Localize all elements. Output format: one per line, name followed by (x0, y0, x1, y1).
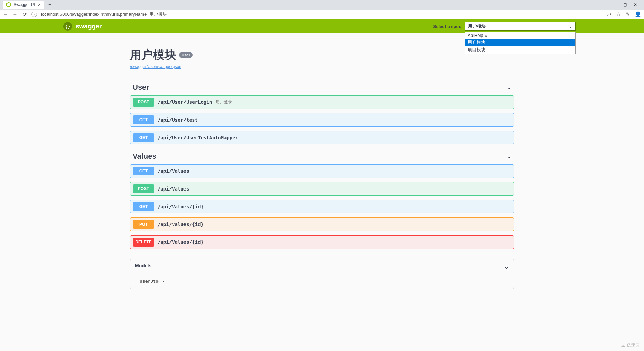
spec-select[interactable]: 用户模块 ⌄ (465, 22, 576, 31)
spec-option[interactable]: ApiHelp V1 (465, 32, 575, 39)
chevron-down-icon: ⌄ (506, 84, 511, 91)
models-title: Models (135, 263, 151, 270)
section-title: User (133, 83, 149, 92)
spec-label: Select a spec (433, 24, 461, 29)
operation-path: /api/User/UserLogin (157, 99, 212, 105)
forward-button[interactable]: → (12, 11, 18, 17)
chevron-down-icon: ⌄ (504, 263, 509, 270)
operation-row[interactable]: GET/api/Values (130, 164, 514, 178)
operation-row[interactable]: DELETE/api/Values/{id} (130, 235, 514, 249)
method-badge: POST (133, 184, 154, 193)
browser-chrome: Swagger UI × + — ▢ ✕ ← → ⟳ i localhost:5… (0, 0, 644, 19)
extension-icons: ⇄ ☆ ✎ 👤 (607, 11, 641, 17)
method-badge: GET (133, 167, 154, 176)
operation-path: /api/Values (157, 186, 189, 192)
site-info-icon[interactable]: i (31, 12, 37, 17)
models-header[interactable]: Models ⌄ (130, 259, 514, 274)
swagger-topbar: { } swagger Select a spec 用户模块 ⌄ ApiHelp… (0, 19, 644, 33)
method-badge: PUT (133, 220, 154, 229)
method-badge: GET (133, 115, 154, 124)
logo-icon: { } (63, 22, 72, 31)
evernote-icon[interactable]: ✎ (626, 11, 630, 17)
spec-option[interactable]: 项目模块 (465, 46, 575, 54)
section-title: Values (133, 152, 156, 161)
operation-path: /api/User/test (157, 117, 198, 123)
operation-path: /api/Values (157, 168, 189, 174)
operation-row[interactable]: POST/api/User/UserLogin用户登录 (130, 95, 514, 109)
spec-option[interactable]: 用户模块 (465, 39, 575, 46)
reload-button[interactable]: ⟳ (22, 11, 27, 17)
spec-selected-value: 用户模块 (468, 23, 486, 29)
method-badge: GET (133, 133, 154, 142)
operation-path: /api/Values/{id} (157, 239, 204, 245)
main-container: 用户模块 User /swagger/User/swagger.json Use… (130, 33, 514, 303)
address-bar: ← → ⟳ i localhost:5000/swagger/index.htm… (0, 10, 644, 19)
browser-tab[interactable]: Swagger UI × (3, 1, 44, 9)
operation-path: /api/Values/{id} (157, 222, 204, 227)
models-body: UserDto › (130, 274, 514, 289)
models-section: Models ⌄ UserDto › (130, 259, 514, 289)
chevron-down-icon: ⌄ (506, 153, 511, 160)
method-badge: POST (133, 98, 154, 107)
profile-icon[interactable]: 👤 (635, 11, 641, 17)
operation-path: /api/User/UserTestAutoMapper (157, 135, 238, 140)
operation-row[interactable]: GET/api/Values/{id} (130, 200, 514, 213)
chevron-down-icon: ⌄ (568, 24, 572, 29)
operation-row[interactable]: GET/api/User/test (130, 113, 514, 127)
title-badge: User (179, 52, 193, 58)
tab-bar: Swagger UI × + — ▢ ✕ (0, 0, 644, 10)
method-badge: GET (133, 202, 154, 211)
maximize-button[interactable]: ▢ (623, 2, 627, 7)
spec-dropdown: ApiHelp V1 用户模块 项目模块 (465, 32, 576, 54)
operation-row[interactable]: POST/api/Values (130, 182, 514, 196)
model-item[interactable]: UserDto › (140, 279, 504, 284)
section-header[interactable]: Values⌄ (130, 149, 514, 164)
model-name: UserDto (140, 279, 159, 284)
method-badge: DELETE (133, 238, 154, 247)
tab-title: Swagger UI (14, 2, 35, 7)
swagger-logo[interactable]: { } swagger (63, 22, 102, 31)
spec-url-link[interactable]: /swagger/User/swagger.json (130, 64, 181, 69)
bookmark-icon[interactable]: ☆ (616, 11, 621, 17)
close-tab-icon[interactable]: × (38, 2, 41, 8)
operation-row[interactable]: PUT/api/Values/{id} (130, 217, 514, 231)
favicon-icon (6, 2, 11, 7)
back-button[interactable]: ← (3, 11, 8, 17)
window-controls: — ▢ ✕ (612, 2, 641, 7)
operation-row[interactable]: GET/api/User/UserTestAutoMapper (130, 131, 514, 144)
chevron-right-icon: › (162, 279, 165, 284)
section-header[interactable]: User⌄ (130, 80, 514, 95)
operation-path: /api/Values/{id} (157, 204, 204, 209)
logo-text: swagger (76, 23, 102, 30)
page-title: 用户模块 (130, 47, 176, 63)
minimize-button[interactable]: — (612, 2, 616, 7)
operation-summary: 用户登录 (216, 99, 232, 105)
close-window-button[interactable]: ✕ (634, 2, 637, 7)
translate-icon[interactable]: ⇄ (607, 11, 612, 17)
new-tab-button[interactable]: + (48, 2, 51, 8)
url-field[interactable]: localhost:5000/swagger/index.html?urls.p… (41, 11, 603, 17)
api-info: 用户模块 User /swagger/User/swagger.json (130, 47, 514, 69)
spec-selector: Select a spec 用户模块 ⌄ ApiHelp V1 用户模块 项目模… (433, 22, 576, 31)
